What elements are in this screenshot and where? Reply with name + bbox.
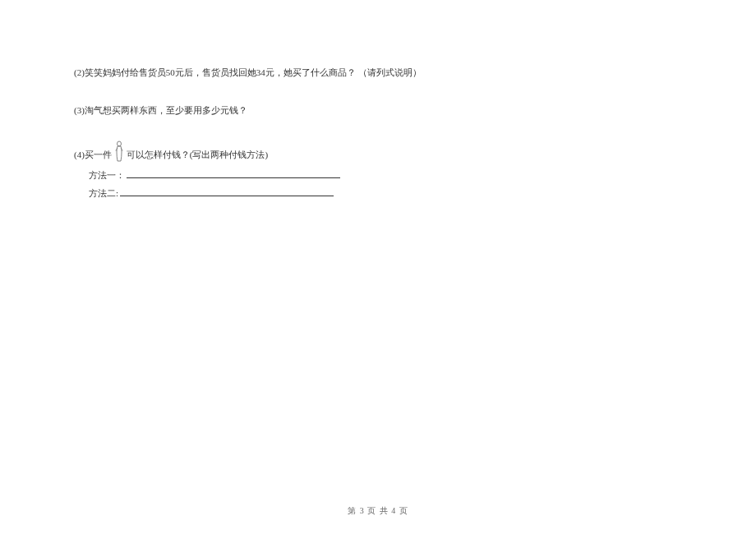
method-1-blank: [127, 168, 340, 178]
svg-point-0: [117, 141, 121, 146]
method-1-label: 方法一：: [89, 168, 125, 183]
question-3: (3)淘气想买两样东西，至少要用多少元钱？: [74, 104, 682, 118]
method-2-label: 方法二:: [89, 186, 118, 201]
question-2: (2)笑笑妈妈付给售货员50元后，售货员找回她34元，她买了什么商品？ （请列式…: [74, 66, 682, 81]
question-2-text: (2)笑笑妈妈付给售货员50元后，售货员找回她34元，她买了什么商品？ （请列式…: [74, 67, 422, 77]
clothing-icon: [113, 140, 125, 162]
method-2-line: 方法二:: [89, 186, 682, 201]
question-3-text: (3)淘气想买两样东西，至少要用多少元钱？: [74, 105, 247, 115]
method-2-blank: [120, 186, 334, 196]
method-1-line: 方法一：: [89, 168, 682, 183]
question-4-suffix: 可以怎样付钱？(写出两种付钱方法): [127, 148, 268, 163]
page-number: 第 3 页 共 4 页: [348, 506, 408, 515]
page-footer: 第 3 页 共 4 页: [0, 504, 756, 518]
question-4-prefix: (4)买一件: [74, 148, 112, 163]
question-4: (4)买一件 可以怎样付钱？(写出两种付钱方法): [74, 140, 682, 162]
